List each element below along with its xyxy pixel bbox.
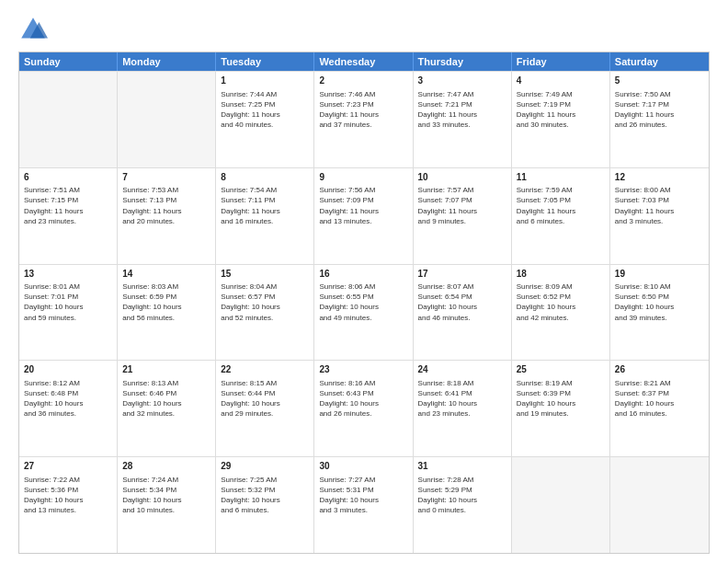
day-number: 1 xyxy=(221,75,309,87)
day-info: Sunrise: 8:01 AM Sunset: 7:01 PM Dayligh… xyxy=(24,282,112,323)
day-info: Sunrise: 7:25 AM Sunset: 5:32 PM Dayligh… xyxy=(221,475,309,516)
day-info: Sunrise: 7:49 AM Sunset: 7:19 PM Dayligh… xyxy=(517,89,605,131)
calendar-cell: 16Sunrise: 8:06 AM Sunset: 6:55 PM Dayli… xyxy=(314,265,413,361)
calendar-row-4: 27Sunrise: 7:22 AM Sunset: 5:36 PM Dayli… xyxy=(19,456,709,553)
calendar-cell xyxy=(512,457,610,553)
calendar-cell: 17Sunrise: 8:07 AM Sunset: 6:54 PM Dayli… xyxy=(414,265,512,361)
calendar-cell: 26Sunrise: 8:21 AM Sunset: 6:37 PM Dayli… xyxy=(610,361,709,456)
day-number: 2 xyxy=(319,75,407,87)
calendar-row-3: 20Sunrise: 8:12 AM Sunset: 6:48 PM Dayli… xyxy=(19,360,709,456)
day-number: 6 xyxy=(24,171,112,184)
calendar-cell: 8Sunrise: 7:54 AM Sunset: 7:11 PM Daylig… xyxy=(216,168,314,264)
day-info: Sunrise: 8:13 AM Sunset: 6:46 PM Dayligh… xyxy=(122,378,210,419)
calendar-cell: 6Sunrise: 7:51 AM Sunset: 7:15 PM Daylig… xyxy=(19,168,118,264)
calendar-cell: 11Sunrise: 7:59 AM Sunset: 7:05 PM Dayli… xyxy=(512,168,610,264)
calendar-cell: 20Sunrise: 8:12 AM Sunset: 6:48 PM Dayli… xyxy=(19,361,118,456)
calendar-cell xyxy=(19,72,118,167)
day-number: 30 xyxy=(319,460,407,473)
day-number: 10 xyxy=(418,171,506,184)
calendar-cell: 2Sunrise: 7:46 AM Sunset: 7:23 PM Daylig… xyxy=(314,72,413,167)
day-info: Sunrise: 7:51 AM Sunset: 7:15 PM Dayligh… xyxy=(24,185,112,226)
day-number: 8 xyxy=(221,171,309,184)
day-info: Sunrise: 8:06 AM Sunset: 6:55 PM Dayligh… xyxy=(319,282,407,323)
calendar-cell: 3Sunrise: 7:47 AM Sunset: 7:21 PM Daylig… xyxy=(414,72,512,167)
calendar-cell: 21Sunrise: 8:13 AM Sunset: 6:46 PM Dayli… xyxy=(118,361,216,456)
day-number: 12 xyxy=(615,171,704,184)
day-info: Sunrise: 8:12 AM Sunset: 6:48 PM Dayligh… xyxy=(24,378,112,419)
calendar-row-1: 6Sunrise: 7:51 AM Sunset: 7:15 PM Daylig… xyxy=(19,167,709,264)
day-number: 15 xyxy=(221,268,309,281)
day-number: 27 xyxy=(24,460,112,473)
day-number: 19 xyxy=(615,268,704,281)
day-number: 11 xyxy=(517,171,605,184)
day-info: Sunrise: 8:19 AM Sunset: 6:39 PM Dayligh… xyxy=(517,378,605,419)
day-number: 3 xyxy=(418,75,506,87)
header-day-sunday: Sunday xyxy=(19,52,118,71)
calendar-cell: 27Sunrise: 7:22 AM Sunset: 5:36 PM Dayli… xyxy=(19,457,118,553)
day-info: Sunrise: 7:47 AM Sunset: 7:21 PM Dayligh… xyxy=(418,89,506,131)
day-info: Sunrise: 8:16 AM Sunset: 6:43 PM Dayligh… xyxy=(319,378,407,419)
calendar-cell: 12Sunrise: 8:00 AM Sunset: 7:03 PM Dayli… xyxy=(610,168,709,264)
day-number: 16 xyxy=(319,268,407,281)
day-number: 29 xyxy=(221,460,309,473)
day-info: Sunrise: 8:15 AM Sunset: 6:44 PM Dayligh… xyxy=(221,378,309,419)
calendar-row-0: 1Sunrise: 7:44 AM Sunset: 7:25 PM Daylig… xyxy=(19,71,709,167)
day-info: Sunrise: 7:59 AM Sunset: 7:05 PM Dayligh… xyxy=(517,185,605,226)
day-info: Sunrise: 8:10 AM Sunset: 6:50 PM Dayligh… xyxy=(615,282,704,323)
day-info: Sunrise: 7:44 AM Sunset: 7:25 PM Dayligh… xyxy=(221,89,309,131)
calendar-cell: 31Sunrise: 7:28 AM Sunset: 5:29 PM Dayli… xyxy=(414,457,512,553)
calendar-cell: 14Sunrise: 8:03 AM Sunset: 6:59 PM Dayli… xyxy=(118,265,216,361)
calendar-cell: 1Sunrise: 7:44 AM Sunset: 7:25 PM Daylig… xyxy=(216,72,314,167)
calendar-cell: 23Sunrise: 8:16 AM Sunset: 6:43 PM Dayli… xyxy=(314,361,413,456)
day-info: Sunrise: 7:46 AM Sunset: 7:23 PM Dayligh… xyxy=(319,89,407,131)
header-day-thursday: Thursday xyxy=(414,52,512,71)
calendar-cell: 4Sunrise: 7:49 AM Sunset: 7:19 PM Daylig… xyxy=(512,72,610,167)
calendar-cell: 22Sunrise: 8:15 AM Sunset: 6:44 PM Dayli… xyxy=(216,361,314,456)
day-info: Sunrise: 8:04 AM Sunset: 6:57 PM Dayligh… xyxy=(221,282,309,323)
day-info: Sunrise: 7:54 AM Sunset: 7:11 PM Dayligh… xyxy=(221,185,309,226)
header-day-wednesday: Wednesday xyxy=(314,52,413,71)
day-info: Sunrise: 7:50 AM Sunset: 7:17 PM Dayligh… xyxy=(615,89,704,131)
day-number: 13 xyxy=(24,268,112,281)
day-info: Sunrise: 8:09 AM Sunset: 6:52 PM Dayligh… xyxy=(517,282,605,323)
calendar-cell: 29Sunrise: 7:25 AM Sunset: 5:32 PM Dayli… xyxy=(216,457,314,553)
day-number: 7 xyxy=(122,171,210,184)
calendar-cell: 9Sunrise: 7:56 AM Sunset: 7:09 PM Daylig… xyxy=(314,168,413,264)
header-day-monday: Monday xyxy=(118,52,216,71)
calendar-cell: 7Sunrise: 7:53 AM Sunset: 7:13 PM Daylig… xyxy=(118,168,216,264)
day-number: 24 xyxy=(418,363,506,376)
calendar-cell: 24Sunrise: 8:18 AM Sunset: 6:41 PM Dayli… xyxy=(414,361,512,456)
day-number: 4 xyxy=(517,75,605,87)
day-number: 25 xyxy=(517,363,605,376)
day-number: 26 xyxy=(615,363,704,376)
calendar: SundayMondayTuesdayWednesdayThursdayFrid… xyxy=(18,52,710,554)
header xyxy=(18,15,710,44)
day-number: 22 xyxy=(221,363,309,376)
calendar-cell xyxy=(118,72,216,167)
calendar-cell: 15Sunrise: 8:04 AM Sunset: 6:57 PM Dayli… xyxy=(216,265,314,361)
day-info: Sunrise: 8:00 AM Sunset: 7:03 PM Dayligh… xyxy=(615,185,704,226)
day-info: Sunrise: 7:53 AM Sunset: 7:13 PM Dayligh… xyxy=(122,185,210,226)
day-info: Sunrise: 7:22 AM Sunset: 5:36 PM Dayligh… xyxy=(24,475,112,516)
day-number: 21 xyxy=(122,363,210,376)
day-number: 23 xyxy=(319,363,407,376)
logo xyxy=(18,15,51,44)
calendar-cell xyxy=(610,457,709,553)
header-day-tuesday: Tuesday xyxy=(216,52,314,71)
day-info: Sunrise: 7:28 AM Sunset: 5:29 PM Dayligh… xyxy=(418,475,506,516)
day-number: 20 xyxy=(24,363,112,376)
day-info: Sunrise: 8:07 AM Sunset: 6:54 PM Dayligh… xyxy=(418,282,506,323)
day-info: Sunrise: 8:18 AM Sunset: 6:41 PM Dayligh… xyxy=(418,378,506,419)
calendar-cell: 13Sunrise: 8:01 AM Sunset: 7:01 PM Dayli… xyxy=(19,265,118,361)
header-day-saturday: Saturday xyxy=(610,52,709,71)
day-info: Sunrise: 7:57 AM Sunset: 7:07 PM Dayligh… xyxy=(418,185,506,226)
calendar-body: 1Sunrise: 7:44 AM Sunset: 7:25 PM Daylig… xyxy=(19,71,709,553)
day-number: 14 xyxy=(122,268,210,281)
day-number: 18 xyxy=(517,268,605,281)
day-info: Sunrise: 7:27 AM Sunset: 5:31 PM Dayligh… xyxy=(319,475,407,516)
calendar-cell: 10Sunrise: 7:57 AM Sunset: 7:07 PM Dayli… xyxy=(414,168,512,264)
calendar-row-2: 13Sunrise: 8:01 AM Sunset: 7:01 PM Dayli… xyxy=(19,264,709,361)
day-number: 9 xyxy=(319,171,407,184)
day-info: Sunrise: 7:56 AM Sunset: 7:09 PM Dayligh… xyxy=(319,185,407,226)
calendar-cell: 28Sunrise: 7:24 AM Sunset: 5:34 PM Dayli… xyxy=(118,457,216,553)
